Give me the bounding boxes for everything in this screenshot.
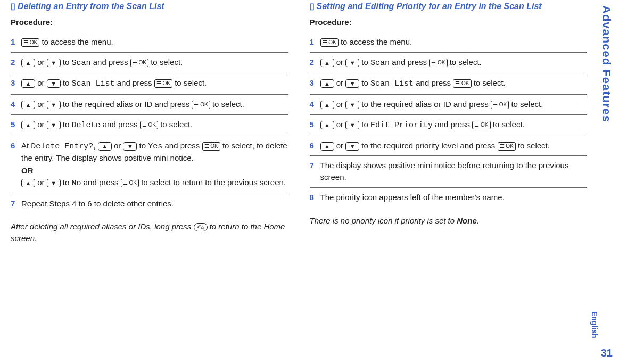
procedure-label: Procedure: bbox=[310, 16, 588, 28]
page-number: 31 bbox=[601, 345, 613, 361]
back-key-icon: ↶⌂ bbox=[194, 223, 208, 231]
ok-key-icon: ☰ OK bbox=[130, 59, 148, 67]
step-text: to bbox=[61, 120, 72, 129]
right-column: ▯Setting and Editing Priority for an Ent… bbox=[310, 0, 588, 244]
none-word: None bbox=[457, 216, 477, 225]
down-key-icon: ▼ bbox=[345, 142, 359, 151]
step-text: or bbox=[334, 78, 346, 87]
step-text: and press bbox=[81, 178, 121, 187]
step-text: or bbox=[112, 141, 123, 150]
ok-key-icon: ☰ OK bbox=[140, 121, 158, 129]
step-text: to access the menu. bbox=[339, 37, 412, 46]
step-3: 3 ▲ or ▼ to Scan List and press ☰ OK to … bbox=[11, 73, 288, 95]
step-body: ▲ or ▼ to Delete and press ☰ OK to selec… bbox=[21, 119, 288, 131]
menu-label: Delete bbox=[72, 121, 101, 130]
step-text: to the required priority level and press bbox=[359, 141, 497, 150]
step-number: 5 bbox=[11, 119, 18, 130]
step-text: or bbox=[334, 57, 346, 67]
title-text: Setting and Editing Priority for an Entr… bbox=[317, 2, 542, 11]
step-text: to bbox=[359, 120, 370, 129]
step-number: 4 bbox=[11, 98, 18, 110]
bullet-icon: ▯ bbox=[11, 2, 15, 11]
procedure-label: Procedure: bbox=[11, 16, 288, 28]
down-key-icon: ▼ bbox=[123, 142, 137, 151]
right-steps: 1 ☰ OK to access the menu. 2 ▲ or ▼ to S… bbox=[310, 32, 588, 208]
step-number: 6 bbox=[310, 140, 317, 152]
step-body: ☰ OK to access the menu. bbox=[320, 36, 588, 48]
step-body: ▲ or ▼ to Scan and press ☰ OK to select. bbox=[21, 56, 288, 69]
step-text: or bbox=[35, 100, 47, 109]
step-text: to select. bbox=[158, 120, 192, 129]
step-text: to select. bbox=[516, 141, 550, 150]
step-text: to select. bbox=[210, 100, 244, 109]
step-text: to select. bbox=[448, 57, 482, 67]
side-tab-label: Advanced Features bbox=[598, 5, 615, 122]
left-column: ▯Deleting an Entry from the Scan List Pr… bbox=[11, 0, 288, 244]
step-3: 3 ▲ or ▼ to Scan List and press ☰ OK to … bbox=[310, 73, 588, 95]
down-key-icon: ▼ bbox=[345, 101, 359, 109]
step-number: 2 bbox=[11, 56, 18, 68]
step-body: ▲ or ▼ to the required alias or ID and p… bbox=[320, 98, 588, 110]
step-text: and press bbox=[433, 120, 472, 129]
step-text: or bbox=[35, 120, 47, 129]
step-text: and press bbox=[115, 78, 154, 87]
step-text: to bbox=[359, 57, 370, 67]
up-key-icon: ▲ bbox=[320, 101, 334, 109]
ok-key-icon: ☰ OK bbox=[202, 142, 220, 151]
up-key-icon: ▲ bbox=[320, 59, 334, 67]
step-text: to the required alias or ID and press bbox=[359, 100, 491, 109]
step-text: to select to return to the previous scre… bbox=[139, 178, 286, 187]
step-text: to bbox=[61, 178, 72, 187]
step-text: to bbox=[359, 78, 370, 87]
step-text: to select. bbox=[172, 78, 207, 87]
step-4: 4 ▲ or ▼ to the required alias or ID and… bbox=[310, 95, 588, 115]
up-key-icon: ▲ bbox=[21, 79, 35, 88]
footnote-text: . bbox=[477, 216, 479, 225]
step-text: or bbox=[334, 141, 346, 150]
up-key-icon: ▲ bbox=[320, 142, 334, 151]
step-text: or bbox=[35, 57, 47, 67]
ok-key-icon: ☰ OK bbox=[453, 79, 471, 88]
step-2: 2 ▲ or ▼ to Scan and press ☰ OK to selec… bbox=[310, 53, 588, 74]
step-text: to select. bbox=[491, 120, 525, 129]
title-text: Deleting an Entry from the Scan List bbox=[18, 2, 164, 11]
language-tab: English bbox=[589, 311, 600, 338]
menu-label: Scan bbox=[72, 59, 91, 68]
step-4: 4 ▲ or ▼ to the required alias or ID and… bbox=[11, 95, 288, 115]
step-text: or bbox=[334, 120, 346, 129]
step-1: 1 ☰ OK to access the menu. bbox=[310, 32, 588, 53]
step-body: ▲ or ▼ to Scan List and press ☰ OK to se… bbox=[320, 77, 588, 90]
step-text: and press bbox=[414, 78, 453, 87]
content-columns: ▯Deleting an Entry from the Scan List Pr… bbox=[11, 0, 587, 244]
menu-label: Delete Entry? bbox=[31, 142, 93, 151]
ok-key-icon: ☰ OK bbox=[429, 59, 447, 67]
step-text: to select. bbox=[472, 78, 506, 87]
down-key-icon: ▼ bbox=[47, 101, 61, 109]
up-key-icon: ▲ bbox=[21, 179, 35, 187]
menu-label: Scan List bbox=[72, 79, 115, 88]
footnote-text: After deleting all required aliases or I… bbox=[11, 222, 194, 231]
step-body: ▲ or ▼ to Edit Priority and press ☰ OK t… bbox=[320, 119, 588, 131]
step-text: to select. bbox=[148, 57, 183, 67]
menu-label: No bbox=[72, 179, 81, 188]
down-key-icon: ▼ bbox=[47, 121, 61, 129]
step-6: 6 ▲ or ▼ to the required priority level … bbox=[310, 136, 588, 156]
step-5: 5 ▲ or ▼ to Delete and press ☰ OK to sel… bbox=[11, 115, 288, 136]
up-key-icon: ▲ bbox=[320, 121, 334, 129]
ok-key-icon: ☰ OK bbox=[472, 121, 490, 129]
down-key-icon: ▼ bbox=[47, 179, 61, 187]
step-body: ▲ or ▼ to Scan and press ☰ OK to select. bbox=[320, 56, 588, 69]
step-2: 2 ▲ or ▼ to Scan and press ☰ OK to selec… bbox=[11, 53, 288, 74]
ok-key-icon: ☰ OK bbox=[320, 38, 339, 47]
menu-label: Yes bbox=[148, 142, 162, 151]
left-section-title: ▯Deleting an Entry from the Scan List bbox=[11, 0, 288, 12]
footnote-text: There is no priority icon if priority is… bbox=[310, 216, 457, 225]
step-body: ▲ or ▼ to the required priority level an… bbox=[320, 140, 588, 152]
step-text: and press bbox=[101, 120, 140, 129]
ok-key-icon: ☰ OK bbox=[21, 38, 39, 47]
step-body: The priority icon appears left of the me… bbox=[320, 192, 588, 203]
step-number: 1 bbox=[11, 36, 18, 48]
left-footnote: After deleting all required aliases or I… bbox=[11, 221, 288, 244]
left-steps: 1 ☰ OK to access the menu. 2 ▲ or ▼ to S… bbox=[11, 32, 288, 214]
step-text: or bbox=[35, 78, 47, 87]
